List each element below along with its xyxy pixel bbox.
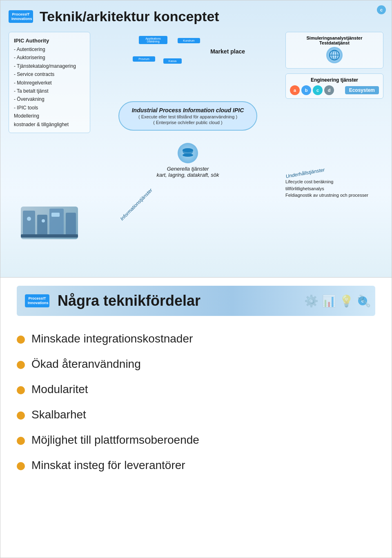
auth-item-10: kostnader & tillgänglighet: [14, 122, 69, 127]
ipic-cloud-sub2: ( Enterprise och/eller public cloud ): [127, 120, 248, 125]
slide1-header: ProcessIT Innovations Teknik/arkitektur …: [9, 9, 383, 24]
bullet-item-2: Ökad återanvändning: [17, 358, 375, 371]
bullet-item-3: Modularitet: [17, 383, 375, 396]
underh-line-3: Feldiagnostik av utrustning och processe…: [285, 192, 383, 199]
app-kassa: Kassa: [163, 58, 182, 64]
bg-icon-1: ⚙️: [304, 294, 318, 308]
slide1-title: Teknik/arkitektur konceptet: [40, 9, 219, 24]
bullet-dot-1: [17, 336, 25, 344]
ipic-cloud-sub1: ( Execute eller test tillstånd för appar…: [127, 114, 248, 119]
generella-text1: Generella tjänster: [156, 166, 219, 172]
slide1-body: IPIC Authority - Autenticering - Auktori…: [9, 32, 383, 260]
bullet-item-6: Minskat insteg för leverantörer: [17, 459, 375, 472]
bullet-dot-4: [17, 411, 25, 420]
slide2-header: ProcessIT Innovations Några teknikfördel…: [17, 286, 375, 316]
auth-item-4: - Service contracts: [14, 71, 54, 77]
header-bg-icons: ⚙️ 📊 💡 🔧: [304, 286, 371, 316]
app-applikations: ApplikationsUtbildning: [139, 36, 167, 44]
bullet-dot-5: [17, 437, 25, 445]
app-kundrum: Kundrum: [178, 38, 200, 43]
slide2-title: Några teknikfördelar: [58, 292, 200, 309]
market-cluster: ApplikationsUtbildning Kundrum Provrum K…: [131, 36, 245, 89]
generella-icon: [178, 143, 198, 163]
sim-title: Simuleringsanalystjänster Testdatatjänst: [290, 36, 379, 45]
svg-rect-1: [37, 215, 47, 235]
bullet-list: Minskade integrationskostnader Ökad åter…: [17, 332, 375, 472]
ipic-cloud-title: Industrial Process Information cloud IPI…: [127, 107, 248, 113]
auth-item-5: - Molnregelverket: [14, 80, 52, 86]
machine-image: [21, 207, 78, 239]
database-icon: [182, 147, 194, 159]
auth-item-6: - Ta betalt tjänst: [14, 88, 49, 94]
eco-circle-c: c: [313, 85, 323, 95]
authority-title: IPIC Authority: [14, 38, 49, 44]
bullet-item-4: Skalbarhet: [17, 408, 375, 421]
sim-box: Simuleringsanalystjänster Testdatatjänst: [285, 32, 383, 69]
ipic-authority-box: IPIC Authority - Autenticering - Auktori…: [9, 32, 90, 133]
underh-line-2: tillförlitlighetsanalys: [285, 185, 383, 192]
bullet-text-3: Modularitet: [31, 383, 88, 396]
auth-item-3: - Tjänstekatalog/managering: [14, 63, 76, 69]
svg-rect-3: [66, 213, 76, 235]
info-tjanster-label: Informationstjänster: [119, 187, 153, 222]
auth-item-2: - Auktorisering: [14, 55, 45, 60]
svg-rect-2: [49, 209, 64, 235]
corner-c-slide1: c: [377, 5, 386, 14]
bullet-text-2: Ökad återanvändning: [31, 358, 141, 371]
center-area: ApplikationsUtbildning Kundrum Provrum K…: [90, 32, 285, 260]
underh-lines: Lifecycle cost beräkning tillförlitlighe…: [285, 178, 383, 199]
bullet-item-1: Minskade integrationskostnader: [17, 332, 375, 345]
sim-icon: [326, 47, 343, 63]
globe-icon: [329, 49, 340, 61]
bullet-dot-3: [17, 386, 25, 394]
underh-section: Underhållstjänster Lifecycle cost beräkn…: [285, 169, 383, 199]
svg-rect-4: [21, 234, 78, 238]
left-panel: IPIC Authority - Autenticering - Auktori…: [9, 32, 90, 260]
bullet-text-6: Minskat insteg för leverantörer: [31, 459, 185, 472]
eco-circle-d: d: [324, 85, 334, 95]
bullet-dot-6: [17, 462, 25, 470]
svg-rect-7: [51, 213, 60, 217]
engineering-title: Engineering tjänster: [290, 77, 379, 83]
generella-section: Generella tjänster kart, lagring, datakr…: [156, 143, 219, 178]
logo-box-2: ProcessIT Innovations: [25, 294, 49, 307]
machine-svg: [21, 207, 78, 239]
bullet-text-4: Skalbarhet: [31, 408, 86, 421]
engineering-box: Engineering tjänster a b c d Ecosystem: [285, 73, 383, 99]
svg-rect-0: [23, 211, 35, 235]
bullet-item-5: Möjlighet till plattformsoberoende: [17, 434, 375, 447]
underh-line-1: Lifecycle cost beräkning: [285, 178, 383, 185]
auth-item-1: - Autenticering: [14, 47, 45, 52]
right-panel: Simuleringsanalystjänster Testdatatjänst…: [285, 32, 383, 260]
generella-text2: kart, lagring, datakraft, sök: [156, 172, 219, 178]
bg-icon-2: 📊: [322, 294, 336, 308]
auth-item-8: - IPIC tools: [14, 105, 38, 111]
bullet-dot-2: [17, 361, 25, 369]
ecosystem-row: a b c d Ecosystem: [290, 85, 379, 95]
bullet-text-1: Minskade integrationskostnader: [31, 332, 193, 345]
slide2: ProcessIT Innovations Några teknikfördel…: [0, 278, 392, 558]
eco-label: Ecosystem: [345, 86, 379, 94]
market-label: Market place: [210, 48, 245, 55]
app-provrum: Provrum: [133, 56, 155, 62]
auth-item-9: Modellering: [14, 113, 39, 119]
ipic-cloud-box: Industrial Process Information cloud IPI…: [118, 101, 257, 131]
underh-diagonal: Underhållstjänster: [285, 167, 325, 180]
bg-icon-4: 🔧: [357, 294, 371, 308]
svg-point-5: [27, 217, 31, 221]
auth-item-7: - Övervakning: [14, 96, 45, 102]
bg-icon-3: 💡: [339, 294, 354, 308]
eco-circle-a: a: [290, 85, 300, 95]
eco-circle-b: b: [301, 85, 311, 95]
bullet-text-5: Möjlighet till plattformsoberoende: [31, 434, 199, 447]
logo-box-1: ProcessIT Innovations: [9, 10, 33, 23]
svg-point-6: [42, 219, 45, 222]
slide1: ProcessIT Innovations Teknik/arkitektur …: [0, 0, 392, 278]
svg-point-9: [183, 153, 193, 157]
